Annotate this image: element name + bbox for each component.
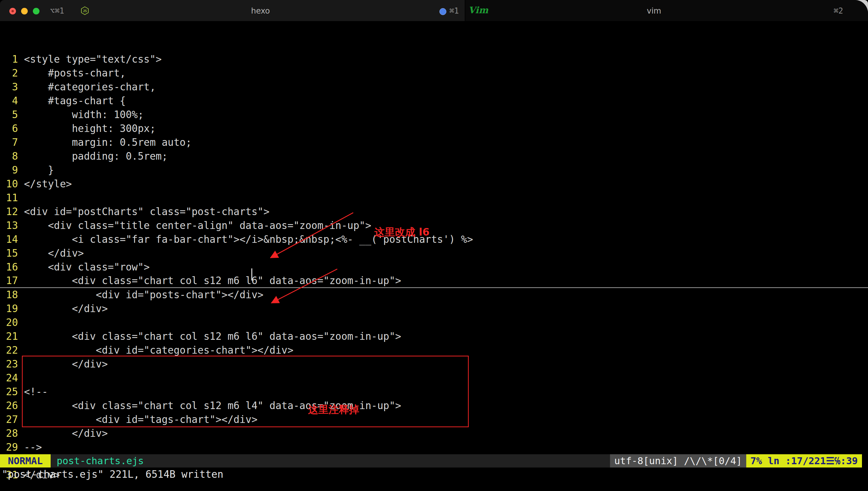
zoom-button[interactable] (33, 8, 39, 15)
line-number: 24 (0, 371, 18, 385)
close-button[interactable] (9, 8, 16, 15)
line-text: <div id="postCharts" class="post-charts"… (24, 206, 270, 218)
line-number: 1 (0, 52, 18, 66)
code-line: 12<div id="postCharts" class="post-chart… (0, 205, 868, 219)
line-number: 19 (0, 302, 18, 316)
minimize-button[interactable] (21, 8, 28, 15)
tab-vim-shortcut: ⌘2 (834, 6, 843, 16)
code-line: 14 <i class="far fa-bar-chart"></i>&nbsp… (0, 233, 868, 247)
statusbar-position: 7% ln :17/221☰℅:39 (746, 454, 862, 467)
traffic-lights (9, 8, 39, 15)
titlebar: ⌥⌘1 JS hexo ⌘1 Vim vim ⌘2 (0, 0, 868, 21)
line-text: #tags-chart { (24, 95, 126, 107)
code-line: 13 <div class="title center-align" data-… (0, 219, 868, 233)
code-line: 9 } (0, 163, 868, 177)
line-text: </div> (24, 358, 108, 370)
line-text: <style type="text/css"> (24, 53, 162, 65)
code-line: 15 </div> (0, 247, 868, 260)
code-line: 21 <div class="chart col s12 m6 l6" data… (0, 329, 868, 343)
code-line: 4 #tags-chart { (0, 94, 868, 108)
line-number: 5 (0, 108, 18, 122)
statusbar-end-cap (862, 454, 868, 467)
code-line: 7 margin: 0.5rem auto; (0, 136, 868, 149)
code-line: 23 </div> (0, 357, 868, 371)
line-number: 12 (0, 205, 18, 219)
line-number: 16 (0, 260, 18, 274)
line-number: 26 (0, 399, 18, 413)
line-text: </style> (24, 178, 72, 190)
line-number: 8 (0, 149, 18, 163)
line-text: padding: 0.5rem; (24, 150, 168, 162)
line-number: 21 (0, 329, 18, 343)
unsaved-dot-icon (11, 10, 14, 12)
vim-message-line: "post-charts.ejs" 221L, 6514B written (0, 467, 868, 481)
code-line: 22 <div id="categories-chart"></div> (0, 343, 868, 357)
line-text: <div class="chart col s12 m6 l6" data-ao… (24, 275, 401, 286)
activity-indicator-icon (440, 8, 446, 15)
line-text: </div> (24, 303, 108, 315)
code-line: 17 <div class="chart col s12 m6 l6" data… (0, 274, 868, 288)
line-text: <div class="chart col s12 m6 l6" data-ao… (24, 330, 401, 342)
line-number: 25 (0, 385, 18, 399)
line-number: 27 (0, 413, 18, 427)
statusbar-encoding: utf-8[unix] /\/\*[0/4] (610, 454, 746, 467)
line-number: 11 (0, 191, 18, 205)
code-line: 24 (0, 371, 868, 385)
nodejs-icon: JS (81, 6, 89, 15)
line-number: 6 (0, 122, 18, 136)
line-text: <div class="row"> (24, 261, 149, 273)
annotation-change-to-l6: 这里改成 l6 (374, 225, 429, 239)
code-line: 25<!-- (0, 385, 868, 399)
line-text: width: 100%; (24, 109, 143, 120)
line-text: } (24, 164, 54, 176)
tab-hexo[interactable]: ⌥⌘1 JS hexo ⌘1 (0, 0, 465, 21)
line-text: <div id="tags-chart"></div> (24, 413, 257, 425)
tab-hexo-shortcut: ⌘1 (449, 6, 459, 16)
line-text: </div> (24, 428, 108, 439)
line-number: 13 (0, 219, 18, 233)
line-text: <div id="posts-chart"></div> (24, 289, 263, 300)
line-number: 29 (0, 440, 18, 454)
annotation-comment-out: 这里注释掉 (308, 403, 359, 416)
terminal-window: ⌥⌘1 JS hexo ⌘1 Vim vim ⌘2 1<style type="… (0, 0, 868, 491)
code-line: 10</style> (0, 177, 868, 191)
line-number: 4 (0, 94, 18, 108)
code-line: 1<style type="text/css"> (0, 52, 868, 66)
line-text: <div class="title center-align" data-aos… (24, 220, 371, 231)
code-lines: 1<style type="text/css">2 #posts-chart,3… (0, 52, 868, 482)
tab-vim[interactable] (465, 0, 868, 21)
code-area[interactable]: 1<style type="text/css">2 #posts-chart,3… (0, 21, 868, 491)
tab-hexo-title: hexo (251, 6, 270, 16)
line-text: </div> (24, 247, 84, 259)
line-number: 23 (0, 357, 18, 371)
statusbar-filler (144, 454, 610, 467)
code-line: 29--> (0, 440, 868, 454)
vim-logo-icon: Vim (468, 5, 488, 16)
line-text: <!-- (24, 386, 48, 398)
code-line: 18 <div id="posts-chart"></div> (0, 288, 868, 302)
window-shortcut-label: ⌥⌘1 (50, 6, 64, 16)
line-number: 28 (0, 427, 18, 440)
statusbar-filename: post-charts.ejs (51, 454, 144, 467)
line-text: --> (24, 441, 42, 453)
code-line: 26 <div class="chart col s12 m6 l4" data… (0, 399, 868, 413)
line-number: 14 (0, 233, 18, 247)
vim-cursor (251, 268, 252, 281)
line-number: 18 (0, 288, 18, 302)
code-line: 11 (0, 191, 868, 205)
line-number: 17 (0, 274, 18, 287)
line-text: height: 300px; (24, 123, 156, 134)
code-line: 28 </div> (0, 427, 868, 440)
code-line: 27 <div id="tags-chart"></div> (0, 413, 868, 427)
line-number: 9 (0, 163, 18, 177)
line-number: 10 (0, 177, 18, 191)
code-line: 20 (0, 316, 868, 329)
code-line: 16 <div class="row"> (0, 260, 868, 274)
code-line: 19 </div> (0, 302, 868, 316)
line-text: margin: 0.5rem auto; (24, 137, 191, 148)
line-number: 7 (0, 136, 18, 149)
code-line: 2 #posts-chart, (0, 66, 868, 80)
svg-text:JS: JS (83, 9, 87, 13)
line-number: 22 (0, 343, 18, 357)
line-text: #categories-chart, (24, 81, 156, 93)
